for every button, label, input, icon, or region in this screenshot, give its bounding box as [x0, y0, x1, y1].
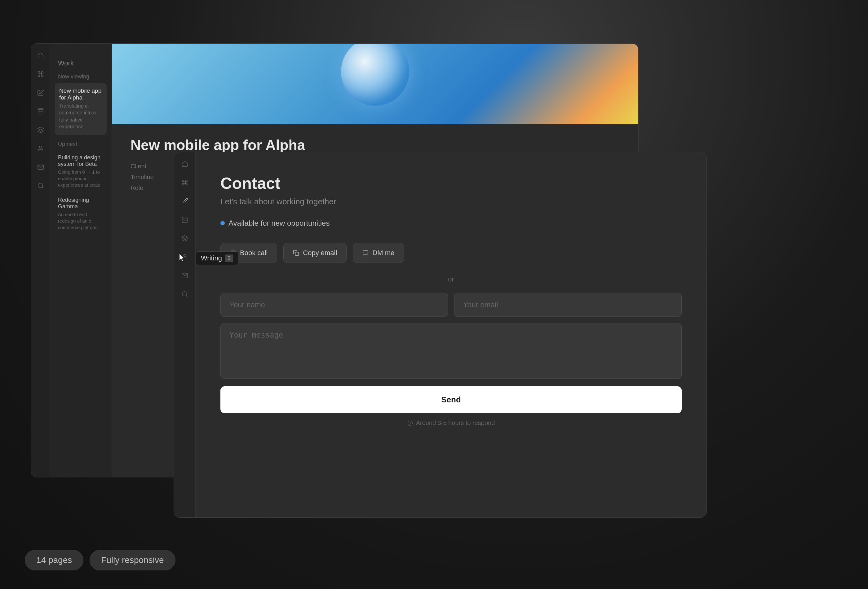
edit-icon-front[interactable]	[179, 196, 190, 207]
sidebar-item-beta-title: Building a design system for Beta	[58, 154, 103, 167]
sidebar-item-gamma-title: Redesigning Gamma	[58, 197, 103, 210]
up-next-label: Up next	[55, 141, 107, 148]
project-title: New mobile app for Alpha	[130, 137, 620, 154]
home-icon-back[interactable]	[35, 50, 46, 61]
writing-tooltip: Writing 3	[196, 251, 238, 265]
hero-orb	[341, 44, 409, 106]
email-input[interactable]	[454, 293, 682, 317]
responsive-badge: Fully responsive	[90, 550, 175, 570]
svg-point-10	[182, 292, 187, 296]
icon-bar-back	[31, 44, 50, 477]
send-button-label: Send	[441, 395, 461, 404]
search-icon-front[interactable]	[179, 289, 190, 300]
name-input[interactable]	[220, 293, 448, 317]
action-buttons-row: Book call Copy email DM me	[220, 243, 682, 263]
client-label: Client	[130, 163, 161, 170]
bag-icon-back[interactable]	[35, 106, 46, 117]
home-icon-front[interactable]	[179, 158, 190, 170]
search-icon-back[interactable]	[35, 180, 46, 191]
message-icon	[362, 250, 369, 256]
sidebar-item-beta[interactable]: Building a design system for Beta Going …	[55, 151, 107, 192]
contact-panel: Contact Let's talk about working togethe…	[196, 152, 707, 517]
work-label: Work	[55, 59, 107, 67]
svg-point-2	[39, 146, 41, 148]
sidebar-nav: Work Now viewing New mobile app for Alph…	[50, 53, 112, 468]
command-icon-front[interactable]	[179, 177, 190, 188]
role-label: Role	[130, 185, 161, 192]
svg-rect-16	[295, 252, 299, 256]
edit-icon-back[interactable]	[35, 87, 46, 98]
writing-tooltip-text: Writing	[201, 254, 222, 262]
availability-dot	[220, 221, 225, 225]
message-textarea[interactable]	[220, 323, 682, 379]
project-hero-image	[112, 44, 638, 124]
svg-line-11	[186, 295, 187, 297]
availability-text: Available for new opportunities	[229, 219, 329, 227]
command-icon-back[interactable]	[35, 68, 46, 80]
icon-bar-front: Writing 3	[174, 152, 196, 517]
copy-email-label: Copy email	[303, 249, 337, 257]
cursor	[180, 254, 188, 263]
form-name-email-row	[220, 293, 682, 317]
person-icon-back[interactable]	[35, 143, 46, 154]
active-project-item[interactable]: New mobile app for Alpha Translating e-c…	[55, 83, 107, 135]
copy-email-button[interactable]: Copy email	[283, 243, 347, 263]
contact-title: Contact	[220, 174, 682, 192]
contact-subtitle: Let's talk about working together	[220, 197, 682, 207]
book-call-label: Book call	[240, 249, 267, 257]
copy-icon	[293, 250, 299, 256]
timeline-label: Timeline	[130, 174, 161, 181]
response-time-text: Around 3-5 hours to respond	[416, 419, 495, 427]
mail-icon-front[interactable]	[179, 270, 190, 281]
or-divider: or	[220, 275, 682, 283]
layers-icon-back[interactable]	[35, 124, 46, 136]
dm-me-button[interactable]: DM me	[353, 243, 404, 263]
mail-icon-back[interactable]	[35, 161, 46, 173]
writing-tooltip-badge: 3	[225, 254, 233, 262]
svg-marker-7	[182, 236, 187, 238]
send-button[interactable]: Send	[220, 386, 682, 413]
front-window: Writing 3 Contact Let's talk about worki…	[174, 152, 707, 518]
layers-icon-front[interactable]	[179, 233, 190, 244]
sidebar-item-beta-desc: Going from 0 → 1 to enable product exper…	[58, 169, 103, 188]
svg-point-4	[38, 183, 43, 188]
response-time: Around 3-5 hours to respond	[220, 419, 682, 427]
active-project-title: New mobile app for Alpha	[59, 87, 102, 101]
svg-marker-1	[37, 127, 43, 130]
dm-me-label: DM me	[372, 249, 394, 257]
sidebar-item-gamma-desc: An end to end redesign of an e-commerce …	[58, 211, 103, 231]
availability-row: Available for new opportunities	[220, 219, 682, 227]
clock-icon	[407, 420, 413, 426]
sidebar-item-gamma[interactable]: Redesigning Gamma An end to end redesign…	[55, 193, 107, 234]
now-viewing-label: Now viewing	[55, 74, 107, 80]
bottom-bar: 14 pages Fully responsive	[25, 550, 176, 570]
pages-badge: 14 pages	[25, 550, 83, 570]
sidebar-back: Work Now viewing New mobile app for Alph…	[50, 44, 112, 477]
bag-icon-front[interactable]	[179, 214, 190, 225]
svg-line-5	[42, 187, 43, 188]
active-project-desc: Translating e-commerce into a fully nati…	[59, 103, 102, 130]
